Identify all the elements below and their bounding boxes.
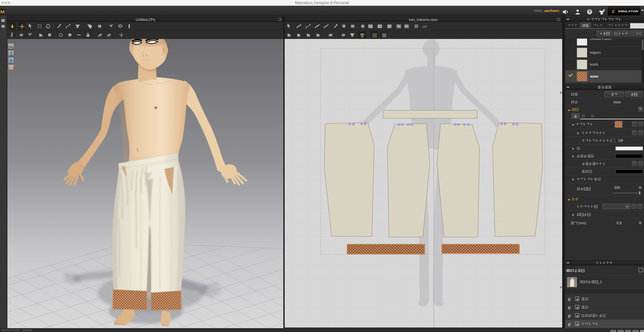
svg-text:?: ? — [588, 10, 591, 14]
